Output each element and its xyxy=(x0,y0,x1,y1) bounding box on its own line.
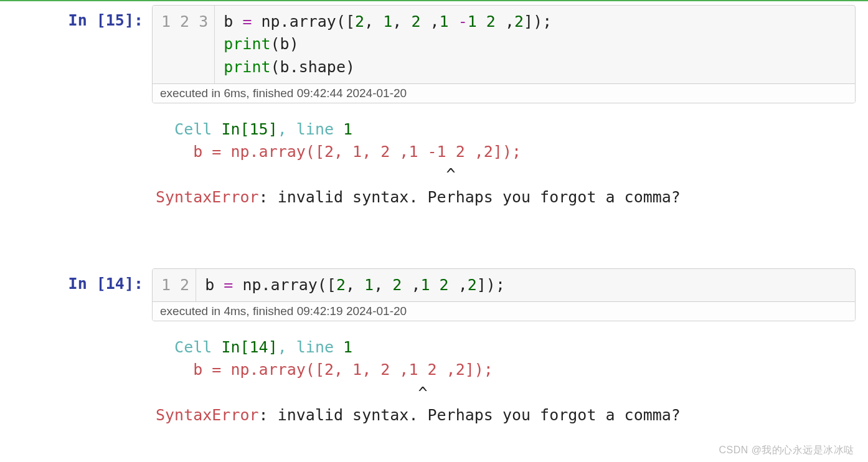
prompt-number: [14]: xyxy=(97,275,143,293)
error-name: SyntaxError xyxy=(156,188,259,206)
execution-status: executed in 6ms, finished 09:42:44 2024-… xyxy=(153,83,855,103)
cell-output: Cell In[15], line 1 b = np.array([2, 1, … xyxy=(0,103,868,209)
execution-status: executed in 4ms, finished 09:42:19 2024-… xyxy=(153,301,855,321)
input-prompt: In [15]: xyxy=(0,5,152,103)
output-in-ref: In[15] xyxy=(221,120,277,138)
notebook-cell: In [15]: 1 2 3 b = np.array([2, 1, 2 ,1 … xyxy=(0,1,868,103)
code-content[interactable]: b = np.array([2, 1, 2 ,1 2 ,2]); xyxy=(196,269,514,301)
output-cell-label: Cell xyxy=(174,120,221,138)
input-prompt: In [14]: xyxy=(0,268,152,321)
error-caret: ^ xyxy=(156,165,456,183)
error-message: invalid syntax. Perhaps you forgot a com… xyxy=(278,406,681,424)
notebook-cell: In [14]: 1 2 b = np.array([2, 1, 2 ,1 2 … xyxy=(0,265,868,321)
prompt-number: [15]: xyxy=(97,11,143,29)
error-message: invalid syntax. Perhaps you forgot a com… xyxy=(278,188,681,206)
error-code-line: b = np.array([2, 1, 2 ,1 -1 2 ,2]); xyxy=(193,143,521,161)
output-cell-label: Cell xyxy=(174,338,221,356)
error-caret: ^ xyxy=(156,384,428,402)
code-input-box[interactable]: 1 2 b = np.array([2, 1, 2 ,1 2 ,2]); exe… xyxy=(152,268,856,321)
cell-output: Cell In[14], line 1 b = np.array([2, 1, … xyxy=(0,321,868,427)
code-content[interactable]: b = np.array([2, 1, 2 ,1 -1 2 ,2]); prin… xyxy=(215,6,560,83)
prompt-in-label: In xyxy=(68,11,97,29)
prompt-in-label: In xyxy=(68,275,97,293)
cell-spacer xyxy=(0,209,868,265)
error-name: SyntaxError xyxy=(156,406,259,424)
code-input-box[interactable]: 1 2 3 b = np.array([2, 1, 2 ,1 -1 2 ,2])… xyxy=(152,5,856,103)
line-number-gutter: 1 2 3 xyxy=(153,6,215,83)
line-number-gutter: 1 2 xyxy=(153,269,196,301)
error-code-line: b = np.array([2, 1, 2 ,1 2 ,2]); xyxy=(193,361,493,379)
output-in-ref: In[14] xyxy=(221,338,277,356)
